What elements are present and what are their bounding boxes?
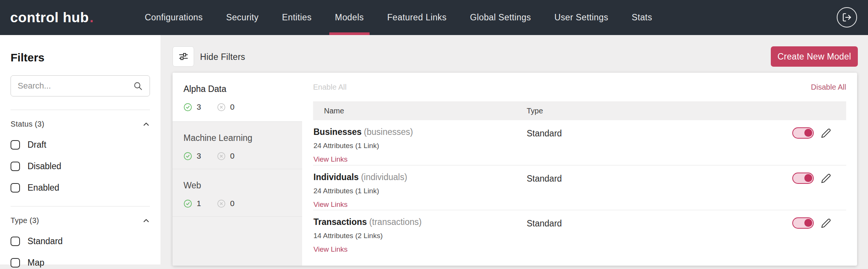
enable-toggle[interactable] <box>792 127 814 139</box>
filter-option-map[interactable]: Map <box>11 258 150 268</box>
filter-option-enabled[interactable]: Enabled <box>11 183 150 193</box>
model-name-cell: Businesses(businesses) 24 Attributes (1 … <box>313 127 527 164</box>
enabled-check-icon <box>183 152 192 160</box>
search-box <box>11 75 150 96</box>
model-controls <box>792 172 846 184</box>
checkbox-disabled[interactable] <box>11 162 20 171</box>
section-header-type[interactable]: Type (3) <box>11 216 150 225</box>
nav-item-label: Global Settings <box>470 12 531 23</box>
chevron-up-icon <box>142 217 150 225</box>
filter-option-standard[interactable]: Standard <box>11 236 150 246</box>
category-list: Alpha Data 3 0 Machine Learning <box>173 73 302 266</box>
nav-items: Configurations Security Entities Models … <box>133 0 664 35</box>
search-input[interactable] <box>18 81 133 91</box>
category-counts: 3 0 <box>183 151 302 160</box>
logout-button[interactable] <box>837 7 857 28</box>
nav-item-label: Stats <box>632 12 652 23</box>
model-name: Businesses <box>313 127 362 137</box>
table-header: Name Type <box>313 101 846 120</box>
edit-pencil-icon[interactable] <box>821 218 831 228</box>
enabled-count: 3 <box>197 151 201 160</box>
nav-item-configurations[interactable]: Configurations <box>133 0 214 35</box>
category-name: Web <box>183 180 302 191</box>
category-item-alpha-data[interactable]: Alpha Data 3 0 <box>173 73 302 121</box>
enable-all-link[interactable]: Enable All <box>313 83 347 92</box>
category-counts: 1 0 <box>183 199 302 208</box>
model-slug: (individuals) <box>361 172 407 182</box>
model-title: Businesses(businesses) <box>313 127 527 137</box>
option-label: Draft <box>28 140 46 150</box>
option-label: Enabled <box>28 183 59 193</box>
hide-filters-label[interactable]: Hide Filters <box>200 52 245 62</box>
category-item-machine-learning[interactable]: Machine Learning 3 0 <box>173 121 302 169</box>
sidebar-divider <box>11 110 150 110</box>
chevron-up-icon <box>142 121 150 128</box>
section-header-status[interactable]: Status (3) <box>11 120 150 128</box>
models-table-panel: Enable All Disable All Name Type Busines… <box>302 73 857 266</box>
view-links-link[interactable]: View Links <box>313 200 347 209</box>
toggle-knob <box>804 174 812 182</box>
search-icon[interactable] <box>133 81 143 91</box>
toggle-knob <box>804 219 812 227</box>
checkbox-standard[interactable] <box>11 237 20 246</box>
disabled-x-icon <box>217 152 226 160</box>
model-title: Transactions(transactions) <box>313 217 527 227</box>
nav-item-label: Entities <box>282 12 312 23</box>
category-name: Alpha Data <box>183 84 302 94</box>
category-counts: 3 0 <box>183 102 302 112</box>
nav-item-entities[interactable]: Entities <box>270 0 323 35</box>
filter-option-disabled[interactable]: Disabled <box>11 161 150 171</box>
section-label: Status (3) <box>11 120 44 128</box>
active-tab-underline <box>329 32 370 35</box>
edit-pencil-icon[interactable] <box>821 128 831 138</box>
nav-item-user-settings[interactable]: User Settings <box>542 0 620 35</box>
model-slug: (businesses) <box>364 127 413 137</box>
model-name-cell: Individuals(individuals) 24 Attributes (… <box>313 172 527 209</box>
filter-option-draft[interactable]: Draft <box>11 140 150 150</box>
enable-toggle[interactable] <box>792 217 814 229</box>
category-name: Machine Learning <box>183 133 302 143</box>
nav-item-global-settings[interactable]: Global Settings <box>458 0 542 35</box>
nav-item-label: Configurations <box>145 12 203 23</box>
nav-item-label: Models <box>335 12 364 23</box>
nav-item-stats[interactable]: Stats <box>620 0 664 35</box>
nav-item-security[interactable]: Security <box>214 0 270 35</box>
table-row-individuals: Individuals(individuals) 24 Attributes (… <box>313 165 846 210</box>
filters-toggle-button[interactable] <box>173 46 194 67</box>
category-item-web[interactable]: Web 1 0 <box>173 169 302 216</box>
disabled-count: 0 <box>230 102 235 112</box>
model-attributes: 24 Attributes (1 Link) <box>313 142 527 150</box>
disabled-x-icon <box>217 199 226 208</box>
create-new-model-button[interactable]: Create New Model <box>771 46 858 67</box>
enabled-check-icon <box>183 199 192 208</box>
nav-item-featured-links[interactable]: Featured Links <box>376 0 458 35</box>
checkbox-draft[interactable] <box>11 140 20 150</box>
model-attributes: 24 Attributes (1 Link) <box>313 187 527 195</box>
model-title: Individuals(individuals) <box>313 172 527 182</box>
nav-item-models[interactable]: Models <box>323 0 376 35</box>
view-links-link[interactable]: View Links <box>313 155 347 164</box>
model-type-cell: Standard <box>527 172 792 184</box>
nav-item-label: Security <box>226 12 258 23</box>
disabled-x-icon <box>217 103 226 112</box>
brand-name: control hub <box>10 10 89 26</box>
option-label: Standard <box>28 236 63 246</box>
model-name: Individuals <box>313 172 359 182</box>
enabled-count: 3 <box>197 102 201 112</box>
column-header-type: Type <box>527 107 543 115</box>
edit-pencil-icon[interactable] <box>821 173 831 183</box>
checkbox-map[interactable] <box>11 258 20 267</box>
view-links-link[interactable]: View Links <box>313 245 347 254</box>
brand-logo[interactable]: control hub . <box>10 10 93 26</box>
model-name-cell: Transactions(transactions) 14 Attributes… <box>313 217 527 254</box>
enable-toggle[interactable] <box>792 173 814 184</box>
category-filler <box>173 216 302 266</box>
disable-all-link[interactable]: Disable All <box>811 83 846 92</box>
enabled-check-icon <box>183 103 192 112</box>
model-controls <box>792 127 846 139</box>
model-type-cell: Standard <box>527 217 792 229</box>
option-label: Disabled <box>28 161 61 171</box>
bulk-actions-row: Enable All Disable All <box>313 73 846 101</box>
checkbox-enabled[interactable] <box>11 183 20 193</box>
filters-sidebar: Filters Status (3) Draft Disabled Enable… <box>0 35 160 264</box>
